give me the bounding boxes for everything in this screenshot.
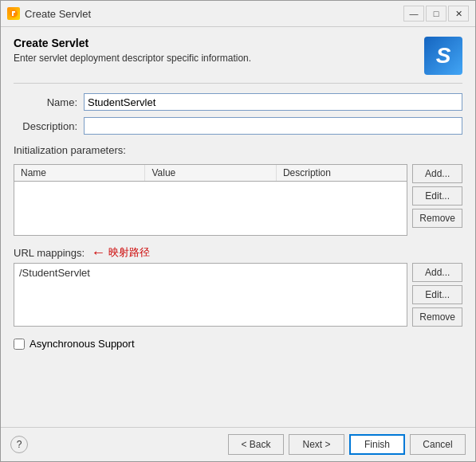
header-text: Create Servlet Enter servlet deployment … — [14, 37, 251, 64]
arrow-annotation: ← 映射路径 — [91, 245, 150, 260]
url-add-button[interactable]: Add... — [412, 263, 462, 282]
help-button[interactable]: ? — [10, 436, 28, 453]
next-button[interactable]: Next > — [289, 434, 344, 455]
header-logo: S — [424, 37, 462, 75]
create-servlet-dialog: Create Servlet — □ ✕ Create Servlet Ente… — [0, 0, 476, 462]
url-label-row: URL mappings: ← 映射路径 — [14, 245, 462, 260]
dialog-description: Enter servlet deployment descriptor spec… — [14, 53, 251, 64]
minimize-button[interactable]: — — [403, 6, 424, 22]
init-edit-button[interactable]: Edit... — [412, 186, 462, 206]
back-button[interactable]: < Back — [228, 434, 284, 455]
init-params-buttons: Add... Edit... Remove — [412, 164, 462, 236]
col-name: Name — [14, 165, 145, 181]
name-input[interactable] — [84, 93, 462, 111]
url-section: URL mappings: ← 映射路径 /StudentServlet Add… — [14, 245, 462, 327]
url-mappings-label: URL mappings: — [14, 247, 85, 259]
red-arrow-icon: ← — [91, 245, 105, 260]
col-value: Value — [145, 165, 276, 181]
name-row: Name: — [14, 93, 462, 111]
url-remove-button[interactable]: Remove — [412, 307, 462, 327]
init-remove-button[interactable]: Remove — [412, 209, 462, 228]
footer-left: ? — [10, 436, 28, 453]
init-params-title: Initialization parameters: — [14, 144, 462, 156]
url-mapping-item: /StudentServlet — [19, 267, 90, 279]
url-buttons: Add... Edit... Remove — [412, 263, 462, 327]
description-input[interactable] — [84, 117, 462, 135]
finish-button[interactable]: Finish — [349, 434, 405, 455]
name-label: Name: — [14, 96, 77, 108]
async-row: Asynchronous Support — [14, 338, 462, 350]
footer: ? < Back Next > Finish Cancel — [1, 427, 475, 461]
dialog-content: Create Servlet Enter servlet deployment … — [1, 27, 475, 427]
url-table-area: /StudentServlet Add... Edit... Remove — [14, 263, 462, 327]
url-edit-button[interactable]: Edit... — [412, 285, 462, 304]
description-row: Description: — [14, 117, 462, 135]
footer-buttons: < Back Next > Finish Cancel — [228, 434, 466, 455]
dialog-title: Create Servlet — [14, 37, 251, 49]
title-bar: Create Servlet — □ ✕ — [1, 1, 475, 27]
maximize-button[interactable]: □ — [426, 6, 446, 22]
url-mappings-list[interactable]: /StudentServlet — [14, 263, 407, 327]
init-add-button[interactable]: Add... — [412, 164, 462, 183]
window-icon — [7, 7, 20, 20]
header-section: Create Servlet Enter servlet deployment … — [14, 37, 462, 84]
cancel-button[interactable]: Cancel — [410, 434, 466, 455]
init-params-table: Name Value Description — [14, 164, 407, 236]
annotation-text: 映射路径 — [108, 245, 150, 260]
async-label[interactable]: Asynchronous Support — [30, 338, 135, 350]
close-button[interactable]: ✕ — [448, 6, 469, 22]
window-title: Create Servlet — [25, 8, 91, 20]
description-label: Description: — [14, 120, 77, 132]
col-description: Description — [277, 165, 407, 181]
table-header: Name Value Description — [14, 165, 407, 182]
async-checkbox[interactable] — [14, 339, 25, 350]
window-controls: — □ ✕ — [403, 6, 469, 22]
table-body[interactable] — [14, 182, 407, 233]
init-params-area: Name Value Description Add... Edit... Re… — [14, 164, 462, 236]
